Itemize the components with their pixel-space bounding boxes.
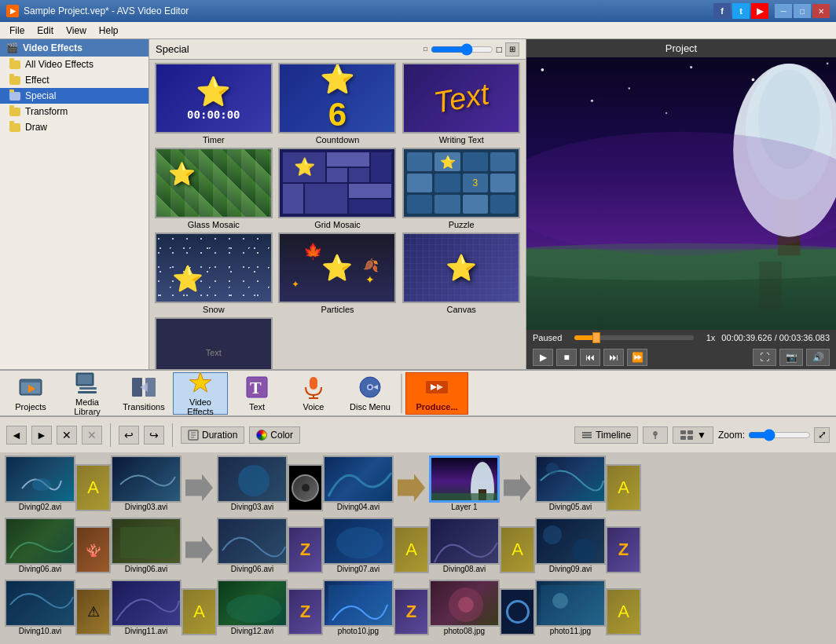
- film-cell-diving05[interactable]: Diving05.avi: [535, 456, 606, 511]
- tool-video-effects[interactable]: Video Effects: [173, 372, 228, 415]
- film-cell-effect-a6[interactable]: A: [606, 588, 641, 635]
- prev-frame-button[interactable]: ⏮: [580, 349, 600, 366]
- facebook-button[interactable]: f: [713, 3, 731, 19]
- film-cell-effect-z4[interactable]: Z: [394, 588, 429, 635]
- film-cell-effect-a5[interactable]: A: [182, 588, 217, 635]
- close-button[interactable]: ✕: [812, 4, 830, 18]
- film-cell-diving04[interactable]: Diving04.avi: [323, 456, 394, 511]
- timeline-mode-button[interactable]: Timeline: [574, 426, 638, 444]
- redo-button[interactable]: ↪: [144, 426, 164, 445]
- tool-voice[interactable]: Voice: [286, 372, 341, 415]
- stop-button[interactable]: ■: [556, 349, 577, 366]
- film-cell-diving02[interactable]: Diving02.avi: [5, 456, 75, 511]
- film-cell-effect-a2[interactable]: A: [606, 464, 641, 511]
- nav-delete-all-button[interactable]: ✕: [82, 426, 102, 445]
- effect-grid-mosaic[interactable]: ⭐ Grid Mosaic: [277, 148, 399, 231]
- effect-canvas[interactable]: ⭐ Canvas: [400, 232, 522, 316]
- nav-forward-button[interactable]: ►: [31, 426, 52, 445]
- menu-file[interactable]: File: [3, 24, 31, 38]
- size-slider[interactable]: [431, 44, 493, 55]
- menu-edit[interactable]: Edit: [31, 24, 60, 38]
- current-time: 00:00:39.626: [721, 333, 772, 342]
- svg-rect-25: [78, 391, 97, 393]
- count-number: 6: [328, 96, 346, 134]
- timeline-grid-button[interactable]: ▼: [673, 426, 713, 444]
- play-button[interactable]: ▶: [533, 349, 553, 366]
- film-cell-effect-z1[interactable]: Z: [288, 526, 323, 573]
- tool-media-library[interactable]: Media Library: [60, 372, 115, 415]
- effect-glass-mosaic[interactable]: ⭐ Glass Mosaic: [152, 148, 275, 231]
- screenshot-button[interactable]: 📷: [779, 349, 803, 366]
- film-cell-diving08[interactable]: Diving08.avi: [429, 518, 500, 573]
- sidebar-item-transform[interactable]: Transform: [0, 104, 148, 119]
- film-cell-diving03b[interactable]: Diving03.avi: [217, 456, 288, 511]
- film-cell-diving11[interactable]: Diving11.avi: [111, 580, 182, 635]
- film-cell-diving12[interactable]: Diving12.avi: [217, 580, 288, 635]
- film-cell-diving06b[interactable]: Diving06.avi: [111, 518, 182, 573]
- undo-button[interactable]: ↩: [119, 426, 139, 445]
- sidebar-item-effect[interactable]: Effect: [0, 72, 148, 88]
- film-cell-layer1[interactable]: Layer 1: [429, 456, 500, 511]
- maximize-button[interactable]: □: [794, 4, 811, 18]
- film-cell-diving07[interactable]: Diving07.avi: [323, 518, 394, 573]
- film-label-diving08: Diving08.avi: [443, 565, 486, 573]
- tool-projects[interactable]: Projects: [3, 372, 58, 415]
- film-cell-effect-coral[interactable]: 🪸: [75, 526, 111, 573]
- film-cell-photo11[interactable]: photo11.jpg: [535, 580, 606, 635]
- twitter-button[interactable]: t: [732, 3, 750, 19]
- menu-view[interactable]: View: [60, 24, 93, 38]
- zoom-slider[interactable]: [748, 429, 811, 441]
- nav-back-button[interactable]: ◄: [6, 426, 27, 445]
- volume-button[interactable]: 🔊: [806, 349, 830, 366]
- tool-disc-menu[interactable]: Disc Menu: [343, 372, 398, 415]
- color-button[interactable]: Color: [249, 426, 300, 444]
- effect-writing-text[interactable]: Text Writing Text: [400, 63, 522, 146]
- film-cell-photo08[interactable]: photo08.jpg: [429, 580, 500, 635]
- minimize-button[interactable]: ─: [775, 4, 792, 18]
- film-cell-effect-warn[interactable]: ⚠: [75, 588, 111, 635]
- film-cell-effect-z2[interactable]: Z: [606, 526, 641, 573]
- fast-forward-button[interactable]: ⏩: [627, 349, 647, 366]
- film-cell-diving06c[interactable]: Diving06.avi: [217, 518, 288, 573]
- effect-countdown[interactable]: ⭐ 6 Countdown: [277, 63, 399, 146]
- sidebar-item-all[interactable]: All Video Effects: [0, 57, 148, 72]
- tool-transitions[interactable]: Transitions: [116, 372, 171, 415]
- tool-text[interactable]: T Text: [229, 372, 284, 415]
- film-cell-photo10[interactable]: photo10.jpg: [323, 580, 394, 635]
- star-icon-countdown: ⭐: [320, 63, 355, 96]
- effects-scroll-container[interactable]: ⭐ 00:00:00 Timer ⭐ 6 Countdown: [149, 60, 526, 369]
- timeline-adjust-button[interactable]: [643, 426, 668, 444]
- film-cell-effect1[interactable]: A: [75, 464, 111, 511]
- effect-puzzle[interactable]: ⭐ 3 Puzzle: [400, 148, 522, 231]
- progress-bar-container[interactable]: [574, 335, 693, 340]
- nav-delete-button[interactable]: ✕: [57, 426, 77, 445]
- playback-speed: 1x: [706, 333, 716, 342]
- sidebar-item-special[interactable]: Special: [0, 88, 148, 104]
- film-cell-diving06a[interactable]: Diving06.avi: [5, 518, 75, 573]
- grid-view-button[interactable]: ⊞: [505, 42, 519, 57]
- sidebar-label-effect: Effect: [25, 75, 49, 86]
- film-cell-effect-z3[interactable]: Z: [288, 588, 323, 635]
- folder-icon-draw: [9, 123, 20, 132]
- youtube-button[interactable]: ▶: [751, 3, 768, 19]
- effect-snow[interactable]: ⭐ Snow: [152, 232, 275, 316]
- film-cell-effect-black[interactable]: [288, 464, 323, 511]
- film-cell-effect-a4[interactable]: A: [500, 526, 535, 573]
- effect-particles[interactable]: ⭐ 🍁 🍂 ✦ ✦ Particles: [277, 232, 399, 316]
- film-cell-diving03a[interactable]: Diving03.avi: [111, 456, 182, 511]
- next-frame-button[interactable]: ⏭: [603, 349, 624, 366]
- film-cell-effect-circle[interactable]: [500, 588, 535, 635]
- tool-produce[interactable]: Produce...: [405, 372, 468, 415]
- film-cell-effect-a3[interactable]: A: [394, 526, 429, 573]
- progress-thumb[interactable]: [592, 332, 600, 343]
- menu-help[interactable]: Help: [93, 24, 125, 38]
- zoom-fit-button[interactable]: ⤢: [814, 427, 830, 443]
- timeline-separator2: [172, 423, 173, 447]
- sidebar-item-draw[interactable]: Draw: [0, 119, 148, 135]
- effect-extra1[interactable]: Text Text: [152, 317, 275, 369]
- duration-button[interactable]: Duration: [181, 426, 244, 444]
- fullscreen-button[interactable]: ⛶: [753, 349, 776, 366]
- effect-timer[interactable]: ⭐ 00:00:00 Timer: [152, 63, 275, 146]
- film-cell-diving10[interactable]: Diving10.avi: [5, 580, 75, 635]
- film-cell-diving09[interactable]: Diving09.avi: [535, 518, 606, 573]
